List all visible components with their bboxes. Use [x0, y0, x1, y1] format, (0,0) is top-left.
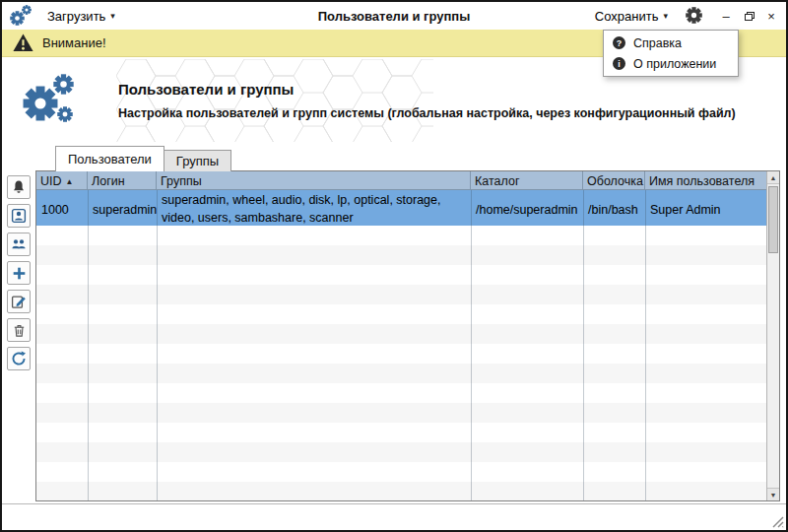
chevron-down-icon: ▾: [110, 11, 115, 21]
sort-asc-icon: ▲: [66, 177, 74, 186]
close-button[interactable]: ×: [764, 9, 778, 24]
app-window: Загрузить ▾ Пользователи и группы Сохран…: [0, 0, 788, 532]
vertical-scrollbar[interactable]: ▲ ▼: [766, 171, 779, 500]
settings-button[interactable]: [684, 6, 703, 26]
header-texts: Пользователи и группы Настройка пользова…: [118, 81, 766, 120]
cell-groups: superadmin, wheel, audio, disk, lp, opti…: [157, 190, 471, 229]
tab-bar: Пользователи Группы: [55, 146, 231, 171]
save-button-label: Сохранить: [595, 9, 659, 24]
save-button[interactable]: Сохранить ▾: [591, 7, 672, 26]
side-toolbar: [7, 175, 31, 370]
table-empty-rows: [36, 226, 779, 500]
column-divider: [645, 190, 646, 500]
help-circle-icon: ?: [613, 36, 625, 49]
app-logo-gears-icon: [10, 5, 33, 27]
scroll-down-button[interactable]: ▼: [767, 488, 779, 500]
menu-item-about[interactable]: i О приложении: [604, 53, 738, 74]
load-button-label: Загрузить: [47, 9, 105, 24]
column-header-groups-label: Группы: [161, 174, 202, 188]
column-header-login[interactable]: Логин: [88, 171, 157, 189]
column-divider: [157, 190, 158, 500]
cell-shell: /bin/bash: [583, 190, 645, 229]
plus-icon: [12, 266, 27, 281]
user-properties-button[interactable]: [7, 204, 31, 228]
users-groups-logo-gears-icon: [22, 73, 81, 130]
minimize-button[interactable]: –: [719, 9, 733, 24]
scrollbar-thumb[interactable]: [768, 186, 778, 253]
page-subtitle: Настройка пользователей и групп системы …: [118, 106, 766, 120]
column-header-fullname[interactable]: Имя пользователя: [645, 171, 766, 189]
dropdown-menu: ? Справка i О приложении: [603, 30, 739, 77]
menu-item-about-label: О приложении: [633, 57, 716, 71]
add-user-button[interactable]: [7, 261, 31, 285]
restore-icon: [745, 12, 754, 20]
pencil-icon: [11, 294, 27, 309]
resize-grip[interactable]: [771, 515, 784, 528]
titlebar: Загрузить ▾ Пользователи и группы Сохран…: [2, 2, 786, 30]
tab-groups[interactable]: Группы: [164, 150, 231, 171]
chevron-down-icon: ▾: [663, 11, 668, 21]
window-controls: – ×: [719, 9, 778, 24]
edit-user-button[interactable]: [7, 290, 31, 313]
column-header-uid-label: UID: [40, 174, 62, 188]
users-group-icon: [11, 236, 27, 252]
cell-home: /home/superadmin: [471, 190, 583, 229]
menu-item-help-label: Справка: [633, 36, 682, 50]
status-bar: [2, 503, 786, 530]
delete-user-button[interactable]: [7, 318, 31, 342]
column-header-home-label: Каталог: [475, 174, 519, 188]
table-row-selected[interactable]: 1000 superadmin superadmin, wheel, audio…: [36, 190, 779, 229]
user-groups-button[interactable]: [7, 233, 31, 256]
column-header-home[interactable]: Каталог: [471, 171, 583, 189]
scroll-up-button[interactable]: ▲: [767, 171, 779, 184]
column-header-shell[interactable]: Оболочка: [583, 171, 645, 189]
refresh-button[interactable]: [7, 347, 31, 370]
warning-text: Внимание!: [42, 35, 106, 50]
notifications-button[interactable]: [7, 175, 31, 199]
column-divider: [471, 190, 472, 500]
info-circle-icon: i: [613, 57, 625, 70]
column-header-groups[interactable]: Группы: [157, 171, 471, 189]
users-table: UID ▲ Логин Группы Каталог Оболочка Имя …: [35, 170, 780, 501]
cell-fullname: Super Admin: [645, 190, 766, 229]
column-header-fullname-label: Имя пользователя: [649, 174, 755, 188]
column-header-shell-label: Оболочка: [587, 174, 643, 188]
page-title: Пользователи и группы: [118, 81, 766, 98]
maximize-button[interactable]: [742, 12, 755, 20]
menu-item-help[interactable]: ? Справка: [604, 33, 738, 53]
refresh-icon: [11, 351, 27, 366]
table-header-row: UID ▲ Логин Группы Каталог Оболочка Имя …: [36, 171, 779, 190]
tab-users[interactable]: Пользователи: [55, 146, 164, 171]
gear-icon: [685, 6, 703, 25]
cell-login: superadmin: [88, 190, 157, 229]
titlebar-right: Сохранить ▾ – ×: [591, 6, 786, 26]
warning-triangle-icon: [13, 33, 33, 52]
bell-icon: [11, 179, 27, 195]
load-button[interactable]: Загрузить ▾: [43, 7, 119, 26]
column-header-uid[interactable]: UID ▲: [36, 171, 88, 189]
column-header-login-label: Логин: [92, 174, 125, 188]
trash-icon: [12, 323, 27, 338]
column-divider: [583, 190, 584, 500]
cell-uid: 1000: [36, 190, 88, 229]
column-divider: [88, 190, 89, 500]
user-card-icon: [11, 208, 27, 224]
